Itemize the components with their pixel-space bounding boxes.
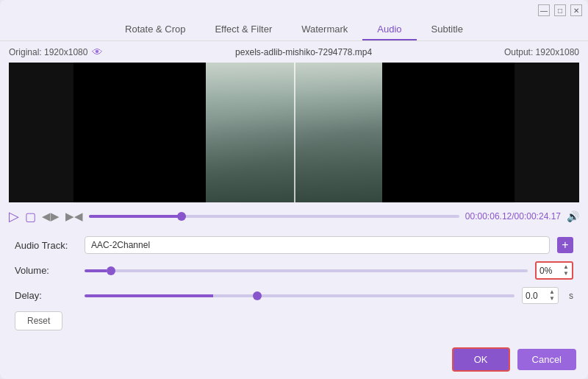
output-label: Output: 1920x1080 <box>504 47 579 57</box>
tab-audio[interactable]: Audio <box>362 19 416 40</box>
main-window: — □ ✕ Rotate & Crop Effect & Filter Wate… <box>0 0 588 379</box>
minimize-button[interactable]: — <box>538 4 550 16</box>
volume-label: Volume: <box>15 265 77 276</box>
audio-track-select[interactable]: AAC-2Channel <box>85 236 550 254</box>
close-button[interactable]: ✕ <box>570 4 582 16</box>
progress-thumb <box>177 212 186 221</box>
tab-watermark[interactable]: Watermark <box>287 19 362 40</box>
delay-slider-wrap <box>85 294 514 297</box>
file-info-bar: Original: 1920x1080 👁 pexels-adlib-mishi… <box>0 41 588 63</box>
original-info: Original: 1920x1080 👁 <box>9 46 103 58</box>
tab-bar: Rotate & Crop Effect & Filter Watermark … <box>0 18 588 41</box>
tab-subtitle[interactable]: Subtitle <box>417 19 478 40</box>
volume-row: Volume: ▲ ▼ <box>15 261 573 280</box>
volume-down-button[interactable]: ▼ <box>563 271 569 277</box>
time-total: 00:00:24.17 <box>514 211 561 222</box>
filename: pexels-adlib-mishiko-7294778.mp4 <box>109 47 498 57</box>
reset-row: Reset <box>15 311 573 330</box>
progress-bar[interactable] <box>89 215 459 218</box>
tab-effect[interactable]: Effect & Filter <box>200 19 287 40</box>
title-bar: — □ ✕ <box>0 0 588 18</box>
delay-unit: s <box>569 291 573 301</box>
reset-button[interactable]: Reset <box>15 311 62 330</box>
eye-icon[interactable]: 👁 <box>92 46 103 58</box>
time-display: 00:00:06.12/00:00:24.17 <box>465 211 561 222</box>
add-track-button[interactable]: + <box>557 237 573 253</box>
delay-value-box: ▲ ▼ <box>522 287 559 304</box>
delay-down-button[interactable]: ▼ <box>549 296 555 302</box>
player-controls: ▷ ▢ ◀▶ ▶◀ 00:00:06.12/00:00:24.17 🔊 <box>0 202 588 230</box>
next-frame-button[interactable]: ▶◀ <box>65 210 83 223</box>
volume-spinners: ▲ ▼ <box>563 264 569 277</box>
volume-icon[interactable]: 🔊 <box>567 210 579 222</box>
audio-track-row: Audio Track: AAC-2Channel + <box>15 236 573 254</box>
delay-slider[interactable] <box>85 294 514 297</box>
volume-up-button[interactable]: ▲ <box>563 264 569 270</box>
split-line <box>294 63 295 202</box>
audio-track-dropdown-wrap: AAC-2Channel <box>85 236 550 254</box>
prev-frame-button[interactable]: ◀▶ <box>42 210 60 223</box>
video-frame <box>206 63 382 202</box>
footer: OK Cancel <box>0 340 588 379</box>
delay-input[interactable] <box>526 291 548 301</box>
volume-input[interactable] <box>539 266 562 276</box>
audio-track-label: Audio Track: <box>15 240 77 251</box>
delay-spinners: ▲ ▼ <box>549 289 555 302</box>
delay-up-button[interactable]: ▲ <box>549 289 555 295</box>
maximize-button[interactable]: □ <box>554 4 566 16</box>
time-current: 00:00:06.12 <box>465 211 512 222</box>
progress-fill <box>89 215 182 218</box>
cancel-button[interactable]: Cancel <box>517 349 576 370</box>
video-black-left <box>74 63 206 202</box>
delay-row: Delay: ▲ ▼ s <box>15 287 573 304</box>
tab-rotate[interactable]: Rotate & Crop <box>110 19 200 40</box>
play-button[interactable]: ▷ <box>9 208 19 224</box>
video-black-right <box>382 63 514 202</box>
delay-label: Delay: <box>15 290 77 301</box>
volume-slider[interactable] <box>85 269 528 272</box>
volume-value-box: ▲ ▼ <box>535 261 573 280</box>
audio-controls: Audio Track: AAC-2Channel + Volume: ▲ ▼ <box>0 230 588 336</box>
ok-button[interactable]: OK <box>452 347 510 372</box>
video-preview-area <box>9 63 579 202</box>
volume-slider-wrap <box>85 269 528 272</box>
original-label: Original: 1920x1080 <box>9 47 87 57</box>
stop-button[interactable]: ▢ <box>25 210 36 224</box>
